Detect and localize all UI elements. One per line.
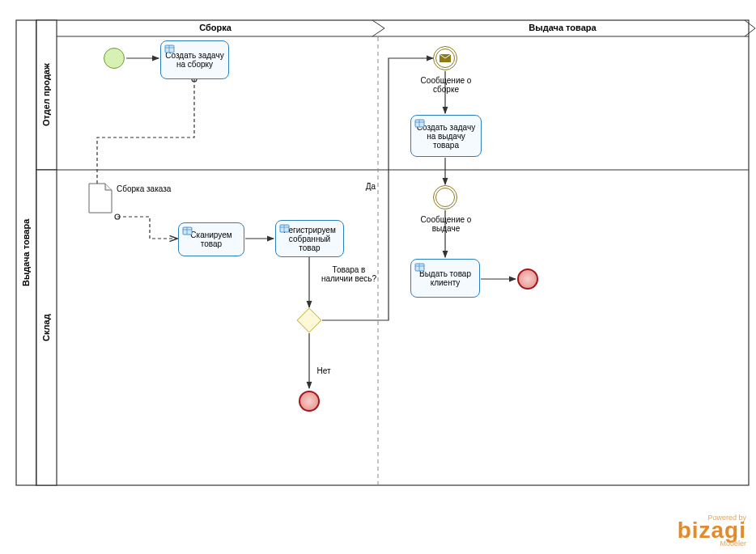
svg-rect-2	[36, 20, 749, 485]
message-assembly-label: Сообщение о сборке	[417, 76, 475, 94]
manual-task-icon	[164, 44, 176, 54]
svg-rect-17	[183, 227, 192, 235]
document-icon	[87, 182, 113, 214]
svg-rect-19	[415, 120, 424, 127]
gateway-no-label: Нет	[312, 366, 336, 375]
gateway-yes-label: Да	[359, 182, 383, 191]
svg-rect-16	[165, 45, 174, 53]
end-event-no-stock[interactable]	[299, 391, 320, 412]
manual-task-icon	[182, 226, 193, 236]
document-label: Сборка заказа	[117, 184, 171, 193]
phase-assembly-label: Сборка	[58, 23, 372, 32]
document-assembly-order[interactable]	[87, 182, 113, 216]
phase-issue-label: Выдача товара	[380, 23, 745, 32]
lane-warehouse-label: Склад	[38, 170, 54, 485]
bizagi-watermark: Powered by bizagi Modeler	[677, 514, 746, 548]
task-register-goods[interactable]: Регистрируем собранный товар	[275, 220, 344, 257]
message-issue-label: Сообщение о выдаче	[417, 215, 475, 233]
task-scan-goods[interactable]: Сканируем товар	[178, 222, 244, 256]
gateway-stock-check[interactable]	[296, 307, 322, 333]
diagram-svg	[0, 0, 756, 554]
svg-rect-20	[415, 264, 424, 271]
lane-sales-label: Отдел продаж	[38, 20, 54, 170]
gateway-question-label: Товара в наличии весь?	[321, 265, 377, 283]
end-event-done[interactable]	[517, 269, 538, 290]
svg-rect-18	[280, 225, 289, 232]
manual-task-icon	[279, 224, 291, 234]
manual-task-icon	[414, 263, 426, 273]
diamond-icon	[296, 307, 321, 332]
task-issue-client[interactable]: Выдать товар клиенту	[410, 259, 480, 298]
message-event-assembly[interactable]	[433, 46, 457, 70]
start-event[interactable]	[104, 48, 125, 69]
task-create-issue[interactable]: Создать задачу на выдачу товара	[410, 115, 482, 157]
pool-title: Выдача товара	[18, 20, 34, 485]
task-create-assembly[interactable]: Создать задачу на сборку	[160, 40, 229, 79]
bpmn-canvas: Выдача товара Отдел продаж Склад Сборка …	[0, 0, 756, 554]
envelope-icon	[439, 53, 452, 63]
manual-task-icon	[414, 119, 426, 129]
bizagi-logo-text: bizagi	[677, 522, 746, 539]
message-event-issue[interactable]	[433, 185, 457, 209]
